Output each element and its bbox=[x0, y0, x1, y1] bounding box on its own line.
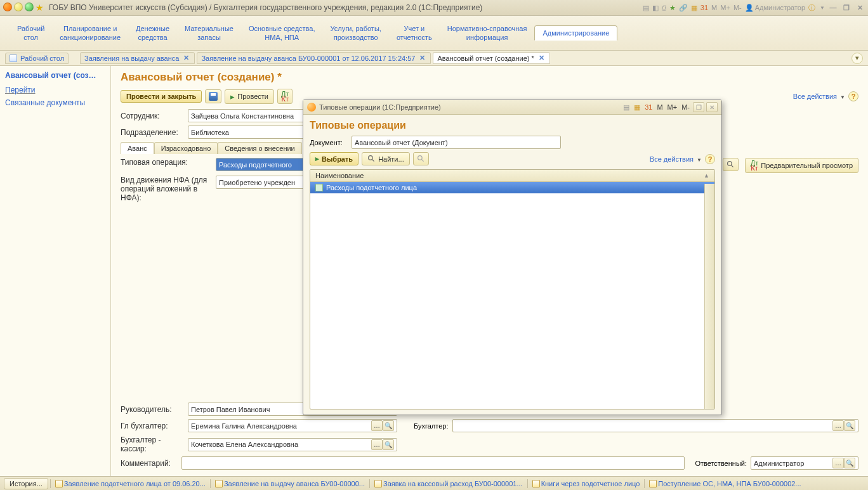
titlebar-tool-icon[interactable]: ▤ bbox=[643, 4, 649, 12]
field-search-button[interactable]: 🔍 bbox=[383, 420, 394, 431]
help-button[interactable]: ? bbox=[848, 91, 858, 101]
favorites-icon[interactable]: ★ bbox=[36, 3, 44, 13]
tab-desktop[interactable]: Рабочий стол bbox=[5, 53, 69, 64]
document-field[interactable]: Авансовый отчет (Документ) bbox=[352, 136, 561, 149]
m-plus-button[interactable]: M+ bbox=[720, 4, 730, 11]
app-icon[interactable] bbox=[3, 3, 12, 11]
status-item[interactable]: Заявление на выдачу аванса БУ00-00000... bbox=[213, 480, 367, 487]
field-search-button[interactable]: 🔍 bbox=[844, 458, 855, 468]
status-item[interactable]: Поступление ОС, НМА, НПА БУ00-000002... bbox=[647, 480, 803, 487]
inner-tab-deposit[interactable]: Сведения о внесении bbox=[218, 142, 302, 154]
acc-field[interactable]: … 🔍 bbox=[452, 419, 859, 432]
preview-button[interactable]: ДтКт Предварительный просмотр bbox=[745, 158, 858, 173]
titlebar-star-icon[interactable]: ★ bbox=[669, 4, 676, 12]
calendar-icon[interactable]: 31 bbox=[700, 4, 708, 11]
post-and-close-button[interactable]: Провести и закрыть bbox=[121, 90, 202, 103]
inner-tab-advance[interactable]: Аванс bbox=[121, 142, 154, 154]
responsible-field[interactable]: Администратор … 🔍 bbox=[751, 456, 858, 470]
all-actions-link[interactable]: Все действия ▼ bbox=[793, 93, 845, 100]
minimize-button[interactable]: — bbox=[828, 3, 838, 13]
clear-search-button[interactable] bbox=[413, 152, 429, 165]
section-assets[interactable]: Основные средства, НМА, НПА bbox=[241, 23, 323, 43]
m-minus-button[interactable]: M- bbox=[680, 103, 691, 111]
preview-label: Предварительный просмотр bbox=[761, 162, 853, 169]
m-minus-button[interactable]: M- bbox=[733, 4, 742, 11]
separator bbox=[210, 479, 211, 488]
tab-doc-active[interactable]: Авансовый отчет (создание) * ✕ bbox=[433, 52, 549, 64]
section-materials[interactable]: Материальные запасы bbox=[177, 23, 241, 43]
section-services[interactable]: Услуги, работы, производство bbox=[323, 23, 389, 43]
save-button[interactable] bbox=[205, 89, 221, 103]
field-ellipsis-button[interactable]: … bbox=[371, 420, 383, 431]
field-ellipsis-button[interactable]: … bbox=[832, 420, 844, 431]
maximize-button[interactable]: ❐ bbox=[841, 3, 852, 13]
section-reference[interactable]: Нормативно-справочная информация bbox=[440, 23, 535, 43]
nfa-move-field[interactable]: Приобретено учрежден bbox=[216, 176, 308, 189]
calendar-icon[interactable]: 31 bbox=[643, 103, 654, 111]
section-accounting[interactable]: Учет и отчетность bbox=[389, 23, 440, 43]
section-desktop[interactable]: Рабочий стол bbox=[10, 23, 52, 43]
section-cash[interactable]: Денежные средства bbox=[128, 23, 177, 43]
chief-acc-field[interactable]: Еремина Галина Александровна … 🔍 bbox=[188, 419, 397, 432]
content-title: Авансовый отчет (создание) * bbox=[121, 71, 858, 84]
help-button[interactable]: ? bbox=[705, 154, 715, 164]
svg-point-4 bbox=[418, 156, 422, 160]
search-button[interactable] bbox=[723, 158, 739, 171]
separator bbox=[369, 479, 370, 488]
tab-doc[interactable]: Заявления на выдачу аванса ✕ bbox=[80, 52, 195, 64]
find-button[interactable]: Найти... bbox=[362, 152, 410, 165]
m-button[interactable]: M bbox=[711, 4, 717, 11]
close-button[interactable]: ✕ bbox=[855, 3, 865, 13]
section-admin[interactable]: Администрирование bbox=[534, 25, 617, 41]
desktop-icon bbox=[10, 55, 17, 62]
tab-overflow-button[interactable]: ▾ bbox=[852, 53, 863, 64]
comment-field[interactable] bbox=[181, 456, 685, 470]
status-item[interactable]: Заявка на кассовый расход БУ00-000001... bbox=[372, 480, 525, 487]
history-button[interactable]: История... bbox=[4, 478, 48, 489]
info-icon[interactable]: ⓘ bbox=[808, 3, 815, 13]
dt-kt-button[interactable]: ДтКт bbox=[277, 89, 293, 104]
field-search-button[interactable]: 🔍 bbox=[383, 439, 394, 450]
tab-doc[interactable]: Заявление на выдачу аванса БУ00-000001 о… bbox=[197, 52, 431, 64]
tab-close-icon[interactable]: ✕ bbox=[537, 54, 546, 62]
modal-close-button[interactable]: ✕ bbox=[706, 102, 718, 112]
post-button[interactable]: ▸Провести bbox=[225, 89, 274, 104]
titlebar-tool-icon[interactable]: ⎙ bbox=[662, 4, 666, 11]
tab-close-icon[interactable]: ✕ bbox=[182, 54, 190, 62]
m-button[interactable]: M bbox=[655, 103, 664, 111]
m-plus-button[interactable]: M+ bbox=[666, 103, 679, 111]
calc-icon[interactable]: ▦ bbox=[691, 4, 697, 12]
nav-back-icon[interactable] bbox=[14, 3, 23, 11]
titlebar-right: ▤ ◧ ⎙ ★ 🔗 ▦ 31 M M+ M- 👤 Администратор ⓘ… bbox=[643, 3, 865, 13]
modal-titlebar-right: ▤ ▦ 31 M M+ M- ❐ ✕ bbox=[622, 102, 718, 112]
section-planning[interactable]: Планирование и санкционирование bbox=[52, 23, 128, 43]
sidebar-link-navigate[interactable]: Перейти bbox=[5, 84, 105, 96]
field-search-button[interactable]: 🔍 bbox=[844, 420, 855, 431]
tab-close-icon[interactable]: ✕ bbox=[418, 54, 426, 62]
info-dropdown[interactable]: ▼ bbox=[820, 5, 825, 11]
modal-all-actions-link[interactable]: Все действия ▼ bbox=[650, 155, 702, 163]
status-item[interactable]: Книги через подотчетное лицо bbox=[530, 480, 643, 487]
select-button[interactable]: ▸Выбрать bbox=[310, 152, 358, 165]
cashier-field[interactable]: Кочеткова Елена Александровна … 🔍 bbox=[188, 438, 397, 451]
modal-restore-button[interactable]: ❐ bbox=[693, 102, 704, 112]
modal-title: Типовые операции (1С:Предприятие) bbox=[319, 103, 441, 111]
row-chief-acc: Гл бухгалтер: Еремина Галина Александров… bbox=[121, 419, 858, 432]
svg-line-3 bbox=[372, 159, 374, 161]
acc-label: Бухгалтер: bbox=[414, 422, 449, 430]
sidebar-link-related[interactable]: Связанные документы bbox=[5, 96, 105, 109]
modal-column-header[interactable]: Наименование ▲ bbox=[310, 170, 714, 182]
field-ellipsis-button[interactable]: … bbox=[832, 458, 844, 468]
typical-op-field[interactable]: Расходы подотчетного bbox=[216, 158, 308, 171]
modal-scrollbar[interactable] bbox=[704, 184, 714, 409]
inner-tab-spent[interactable]: Израсходовано bbox=[154, 142, 218, 154]
calc-icon[interactable]: ▦ bbox=[633, 103, 641, 112]
nav-forward-icon[interactable] bbox=[25, 3, 34, 11]
status-item[interactable]: Заявление подотчетного лица от 09.06.20.… bbox=[53, 480, 208, 487]
titlebar-tool-icon[interactable]: ◧ bbox=[652, 4, 659, 12]
modal-tool-icon[interactable]: ▤ bbox=[622, 103, 631, 112]
titlebar-link-icon[interactable]: 🔗 bbox=[679, 4, 688, 12]
modal-row-selected[interactable]: Расходы подотчетного лица bbox=[310, 182, 714, 193]
field-ellipsis-button[interactable]: … bbox=[371, 439, 383, 450]
user-label[interactable]: 👤 Администратор bbox=[745, 4, 805, 12]
